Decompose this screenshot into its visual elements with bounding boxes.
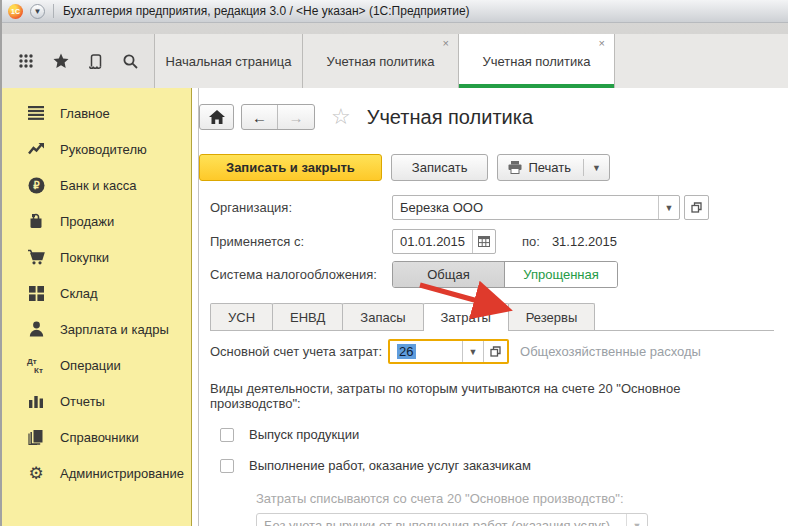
tax-system-row: Система налогообложения: Общая Упрощенна… (210, 261, 788, 288)
favorites-star-icon[interactable] (50, 50, 72, 72)
tax-option-simplified[interactable]: Упрощенная (505, 262, 617, 287)
button-splitter (583, 159, 584, 176)
calendar-icon (478, 236, 490, 247)
bag-icon (26, 212, 46, 230)
sidebar-item-catalogs[interactable]: Справочники (2, 419, 191, 455)
save-button[interactable]: Записать (391, 154, 489, 181)
history-nav-group: ← → (241, 104, 315, 130)
main-account-label: Основной счет учета затрат: (210, 344, 382, 359)
calendar-button[interactable] (472, 230, 495, 253)
open-organization-button[interactable] (684, 195, 709, 220)
tax-system-toggle: Общая Упрощенная (392, 261, 618, 288)
sidebar-item-administration[interactable]: ⚙ Администрирование (2, 455, 191, 491)
checkbox-label: Выполнение работ, оказание услуг заказчи… (249, 458, 531, 473)
period-row: Применяется с: 01.01.2015 по: 31.12.2015 (210, 229, 788, 254)
writeoff-value: Без учета выручки от выполнения работ (о… (257, 514, 626, 526)
sidebar-item-label: Справочники (60, 430, 139, 445)
app-window: 1С ▼ Бухгалтерия предприятия, редакция 3… (0, 0, 788, 526)
checkbox-production[interactable] (220, 428, 234, 442)
open-account-button[interactable] (483, 341, 507, 362)
window-tabstrip: Начальная страница Учетная политика × Уч… (2, 23, 788, 88)
close-icon[interactable]: × (443, 38, 449, 49)
sidebar-item-main[interactable]: Главное (2, 95, 191, 131)
main-account-value[interactable]: 26 (390, 341, 462, 362)
sidebar-item-label: Администрирование (60, 466, 184, 481)
sidebar-item-label: Покупки (60, 250, 109, 265)
applies-to-value: 31.12.2015 (552, 234, 617, 249)
checkbox-row-services: Выполнение работ, оказание услуг заказчи… (220, 458, 788, 473)
tax-option-general[interactable]: Общая (393, 262, 505, 287)
window-title: Бухгалтерия предприятия, редакция 3.0 / … (63, 4, 470, 18)
policy-tab-zatraty[interactable]: Затраты (423, 303, 509, 331)
tab-accounting-policy-1[interactable]: Учетная политика × (303, 34, 459, 88)
chevron-down-icon[interactable]: ▼ (658, 196, 679, 219)
chevron-down-icon[interactable]: ▼ (462, 341, 483, 362)
window-titlebar: 1С ▼ Бухгалтерия предприятия, редакция 3… (2, 0, 788, 23)
organization-value[interactable]: Березка ООО (393, 196, 658, 219)
tab-home-page[interactable]: Начальная страница (155, 34, 303, 88)
sidebar-item-sales[interactable]: Продажи (2, 203, 191, 239)
policy-tab-zapasy[interactable]: Запасы (342, 303, 423, 330)
favorite-star-icon[interactable]: ☆ (331, 106, 351, 128)
page-title: Учетная политика (367, 106, 533, 129)
checkbox-label: Выпуск продукции (249, 427, 359, 442)
tabstrip-filler (615, 34, 788, 88)
svg-text:₽: ₽ (33, 180, 40, 191)
organization-field[interactable]: Березка ООО ▼ (392, 195, 680, 220)
sidebar-item-warehouse[interactable]: Склад (2, 275, 191, 311)
applies-from-value[interactable]: 01.01.2015 (393, 230, 472, 253)
sidebar-item-label: Банк и касса (60, 178, 137, 193)
person-icon (26, 320, 46, 338)
tab-accounting-policy-2[interactable]: Учетная политика × (459, 34, 615, 88)
system-menu-button[interactable]: ▼ (30, 4, 45, 19)
sidebar-item-payroll-hr[interactable]: Зарплата и кадры (2, 311, 191, 347)
menu-grid-icon[interactable] (15, 50, 37, 72)
save-and-close-button[interactable]: Записать и закрыть (199, 154, 382, 181)
organization-row: Организация: Березка ООО ▼ (210, 195, 788, 220)
chevron-down-icon[interactable]: ▼ (592, 163, 601, 173)
applies-from-field[interactable]: 01.01.2015 (392, 229, 496, 254)
policy-tabstrip: УСН ЕНВД Запасы Затраты Резервы (210, 303, 774, 331)
svg-text:Кт: Кт (34, 366, 43, 374)
sidebar-item-label: Операции (60, 358, 121, 373)
sidebar-item-label: Склад (60, 286, 98, 301)
sidebar-item-reports[interactable]: Отчеты (2, 383, 191, 419)
tab-label: Учетная политика (482, 54, 590, 69)
warehouse-grid-icon (26, 284, 46, 302)
home-button[interactable] (199, 104, 234, 130)
applies-from-label: Применяется с: (210, 234, 392, 249)
policy-tab-rezervy[interactable]: Резервы (508, 303, 596, 330)
sidebar-item-operations[interactable]: ДтКт Операции (2, 347, 191, 383)
open-icon (691, 202, 702, 213)
titlebar-divider (53, 4, 54, 18)
form-nav-row: ← → ☆ Учетная политика (199, 103, 788, 131)
history-icon[interactable] (84, 50, 106, 72)
printer-icon (508, 161, 522, 174)
sidebar-item-label: Отчеты (60, 394, 105, 409)
print-label: Печать (528, 160, 571, 175)
tab-label: Начальная страница (166, 54, 292, 69)
checkbox-services[interactable] (220, 459, 234, 473)
svg-text:Дт: Дт (27, 357, 37, 366)
close-icon[interactable]: × (599, 38, 605, 49)
main-account-field-focused[interactable]: 26 ▼ (388, 339, 509, 364)
home-icon (209, 110, 225, 124)
print-button[interactable]: Печать ▼ (497, 154, 610, 181)
trend-arrow-icon (26, 140, 46, 158)
policy-tab-envd[interactable]: ЕНВД (272, 303, 343, 330)
sidebar-item-label: Зарплата и кадры (60, 322, 169, 337)
tab-label: Учетная политика (326, 54, 434, 69)
command-bar: Записать и закрыть Записать Печать ▼ (199, 154, 788, 181)
open-icon (490, 346, 501, 357)
policy-tab-usn[interactable]: УСН (210, 303, 273, 330)
ruble-circle-icon: ₽ (26, 176, 46, 194)
applies-to-label: по: (522, 234, 540, 249)
organization-label: Организация: (210, 200, 392, 215)
forward-button[interactable]: → (278, 105, 314, 129)
sidebar-item-manager[interactable]: Руководителю (2, 131, 191, 167)
search-icon[interactable] (119, 50, 141, 72)
back-button[interactable]: ← (242, 105, 278, 129)
chevron-down-icon: ▼ (626, 514, 647, 526)
sidebar-item-bank-cash[interactable]: ₽ Банк и касса (2, 167, 191, 203)
sidebar-item-purchases[interactable]: Покупки (2, 239, 191, 275)
